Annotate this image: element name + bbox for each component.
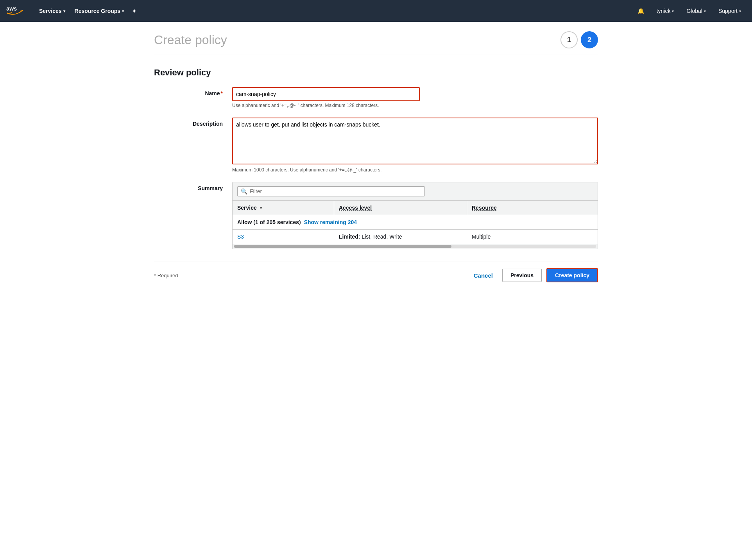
resource-groups-chevron-icon: ▾ — [122, 9, 124, 13]
description-label: Description — [154, 118, 232, 127]
th-service[interactable]: Service ▼ — [233, 201, 334, 215]
nav-right: 🔔 tynick ▾ Global ▾ Support ▾ — [633, 8, 746, 14]
scrollbar-track — [234, 245, 596, 248]
summary-row: Summary 🔍 Service ▼ Access level — [154, 182, 598, 249]
name-field-row: Name Use alphanumeric and '+=,.@-_' char… — [154, 87, 598, 108]
table-row: S3 Limited: List, Read, Write Multiple — [233, 230, 598, 244]
step-1[interactable]: 1 — [560, 31, 578, 48]
description-field-row: Description allows user to get, put and … — [154, 118, 598, 173]
show-remaining-link[interactable]: Show remaining 204 — [304, 219, 357, 225]
td-resource: Multiple — [467, 230, 598, 244]
nav-user[interactable]: tynick ▾ — [652, 8, 679, 14]
td-service: S3 — [233, 230, 334, 244]
previous-button[interactable]: Previous — [502, 269, 542, 282]
scrollbar-thumb — [234, 245, 451, 248]
th-resource: Resource — [467, 201, 598, 215]
page-header: Create policy 1 2 — [154, 31, 598, 48]
table-header: Service ▼ Access level Resource — [233, 201, 598, 215]
support-chevron-icon: ▾ — [739, 9, 741, 13]
filter-input[interactable] — [250, 188, 421, 194]
nav-support[interactable]: Support ▾ — [714, 8, 746, 14]
step-2[interactable]: 2 — [581, 31, 598, 48]
horizontal-scrollbar[interactable] — [233, 244, 598, 249]
svg-text:aws: aws — [6, 5, 17, 12]
pin-icon[interactable]: ✦ — [129, 7, 140, 15]
cancel-button[interactable]: Cancel — [469, 269, 498, 282]
navigation: aws Services ▾ Resource Groups ▾ ✦ 🔔 tyn… — [0, 0, 752, 22]
section-title: Review policy — [154, 68, 598, 78]
s3-service-link[interactable]: S3 — [237, 234, 244, 240]
footer-divider — [154, 262, 598, 262]
create-policy-button[interactable]: Create policy — [546, 268, 598, 282]
description-input[interactable]: allows user to get, put and list objects… — [232, 118, 598, 164]
summary-content: 🔍 Service ▼ Access level Resource — [232, 182, 598, 249]
group-label: Allow (1 of 205 services) Show remaining… — [233, 215, 598, 229]
user-chevron-icon: ▾ — [672, 9, 674, 13]
description-hint: Maximum 1000 characters. Use alphanumeri… — [232, 167, 598, 173]
footer-actions: Cancel Previous Create policy — [469, 268, 598, 282]
th-access-level: Access level — [334, 201, 467, 215]
name-hint: Use alphanumeric and '+=,.@-_' character… — [232, 103, 598, 108]
region-chevron-icon: ▾ — [704, 9, 706, 13]
description-field-content: allows user to get, put and list objects… — [232, 118, 598, 173]
nav-bell[interactable]: 🔔 — [633, 8, 649, 14]
step-indicators: 1 2 — [560, 31, 598, 48]
nav-resource-groups[interactable]: Resource Groups ▾ — [70, 0, 129, 22]
nav-services[interactable]: Services ▾ — [34, 0, 70, 22]
filter-input-wrap[interactable]: 🔍 — [237, 186, 425, 196]
name-field-content: Use alphanumeric and '+=,.@-_' character… — [232, 87, 598, 108]
td-access-level: Limited: List, Read, Write — [334, 230, 467, 244]
required-note: * Required — [154, 273, 178, 278]
aws-logo[interactable]: aws — [6, 5, 25, 17]
access-level-value: List, Read, Write — [362, 234, 402, 240]
table-group-row: Allow (1 of 205 services) Show remaining… — [233, 215, 598, 230]
header-divider — [154, 55, 598, 55]
page-title: Create policy — [154, 33, 227, 47]
access-level-prefix: Limited: — [339, 234, 362, 240]
sort-arrow-icon: ▼ — [259, 206, 263, 210]
filter-bar: 🔍 — [233, 182, 598, 201]
name-label: Name — [154, 87, 232, 96]
footer: * Required Cancel Previous Create policy — [154, 268, 598, 295]
page-content: Create policy 1 2 Review policy Name Use… — [141, 22, 611, 304]
nav-region[interactable]: Global ▾ — [682, 8, 710, 14]
name-input[interactable] — [232, 87, 420, 101]
summary-label: Summary — [154, 182, 232, 191]
services-chevron-icon: ▾ — [63, 9, 65, 13]
search-icon: 🔍 — [241, 188, 247, 194]
